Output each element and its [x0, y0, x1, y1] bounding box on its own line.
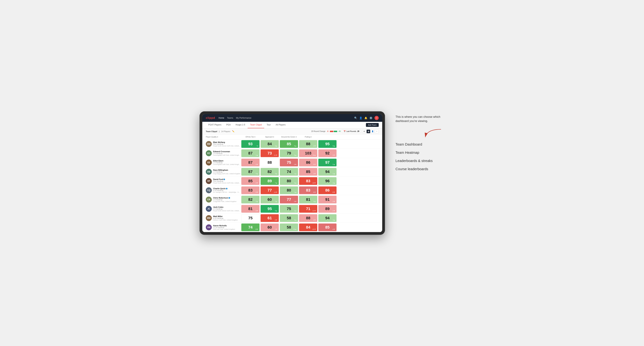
- score-change: -3▼: [294, 164, 296, 165]
- tab-pga[interactable]: PGA: [224, 122, 233, 128]
- verified-badge: [224, 178, 225, 180]
- col-off-tee[interactable]: Off the Tee ▾: [241, 135, 260, 139]
- score-approach: 799▲: [280, 149, 298, 157]
- tab-hcaps[interactable]: Hcaps 1-5: [233, 122, 248, 128]
- player-handicap: 1-5 Handicap: [213, 171, 240, 173]
- score-value: 85: [325, 225, 330, 230]
- player-club: St. George's Hill GC - Weybridge - Surre…: [213, 191, 241, 193]
- team-header-row: Team Clippd | 14 Players ✏️ 20 Round Cha…: [202, 128, 382, 135]
- score-change: -1▼: [313, 145, 316, 147]
- player-handicap: 1-5 Handicap: [213, 199, 236, 201]
- score-change: 10▲: [293, 228, 296, 230]
- view-person-button[interactable]: 👤: [371, 130, 374, 133]
- player-name: Edward Crossman: [213, 151, 241, 153]
- user-avatar[interactable]: U: [374, 116, 379, 120]
- col-around-green[interactable]: Around the Green ▾: [279, 135, 298, 139]
- neg-value: -5: [327, 130, 328, 132]
- score-change: 2▲: [294, 210, 296, 212]
- bell-icon[interactable]: 🔔: [364, 117, 367, 119]
- annotation-intro: This is where you can choose which dashb…: [396, 115, 444, 123]
- tab-tour[interactable]: Tour: [264, 122, 273, 128]
- edit-icon[interactable]: ✏️: [232, 130, 234, 133]
- nav-link-performance[interactable]: My Performance: [236, 116, 251, 120]
- score-approach: 801▲: [280, 186, 298, 194]
- option-course-leaderboards[interactable]: Course leaderboards: [396, 167, 444, 171]
- table-row: DBDave Billingham1-5 HandicapGog Magog G…: [202, 167, 382, 176]
- avatar: CR: [206, 197, 212, 202]
- view-heatmap-button[interactable]: ▦: [366, 130, 370, 133]
- score-value: 81: [306, 197, 310, 202]
- score-value: 95: [268, 206, 272, 211]
- tab-all-players[interactable]: All Players: [273, 122, 288, 128]
- score-value: 84: [306, 225, 310, 230]
- player-club: Drift Golf Club, United Kingdom: [213, 228, 235, 230]
- score-putting: 91-3▼: [318, 196, 336, 203]
- player-details: Aaron Nicholls11-15 HandicapDrift Golf C…: [213, 224, 235, 230]
- add-team-button[interactable]: Add Team: [366, 123, 379, 127]
- player-info[interactable]: DFDavid FordPlus HandicapRoyal North Dev…: [206, 177, 241, 185]
- player-info[interactable]: ANAaron Nicholls11-15 HandicapDrift Golf…: [206, 224, 241, 231]
- score-off_tee: 897▲: [260, 177, 279, 185]
- score-change: 9▲: [333, 145, 335, 147]
- score-quality: 93+4: [241, 140, 260, 148]
- score-value: 75: [287, 160, 291, 165]
- score-off_tee: 846▲: [260, 140, 279, 148]
- score-change: 4▲: [294, 219, 296, 221]
- player-info[interactable]: ECEdward Crossman1-5 HandicapSunningdale…: [206, 150, 241, 157]
- player-club: Royal North Devon Golf Club, United King…: [213, 182, 241, 184]
- person-icon[interactable]: 👤: [359, 117, 362, 119]
- score-approach: 5810▲: [280, 223, 298, 231]
- option-team-dashboard[interactable]: Team Dashboard: [396, 142, 444, 147]
- sub-nav-right: Add Team: [366, 123, 379, 127]
- score-quality: 85-3▼: [241, 177, 260, 185]
- page-wrapper: clippd Home Teams My Performance 🔍 👤 🔔 ⚙…: [200, 111, 444, 235]
- top-nav: clippd Home Teams My Performance 🔍 👤 🔔 ⚙…: [202, 114, 382, 122]
- score-value: 89: [325, 206, 330, 211]
- score-change: -3▼: [294, 201, 296, 202]
- player-name: Blair McHarg: [213, 141, 241, 143]
- col-approach[interactable]: Approach ▾: [260, 135, 279, 139]
- settings-icon[interactable]: ⚙️: [370, 117, 372, 119]
- calendar-icon: 📅: [344, 130, 346, 132]
- score-value: 86: [306, 160, 310, 165]
- score-approach: 75-3▼: [280, 159, 298, 166]
- player-info[interactable]: MMMatt Miller6-10 HandicapWoburn Golf Cl…: [206, 214, 241, 222]
- avatar: JC: [206, 206, 212, 212]
- table-row: MMMatt Miller6-10 HandicapWoburn Golf Cl…: [202, 213, 382, 223]
- nav-link-home[interactable]: Home: [218, 116, 224, 120]
- tablet-frame: clippd Home Teams My Performance 🔍 👤 🔔 ⚙…: [200, 111, 385, 235]
- score-value: 82: [248, 197, 252, 202]
- player-info[interactable]: DBDave Billingham1-5 HandicapGog Magog G…: [206, 168, 241, 175]
- player-name: Matt Miller: [213, 215, 238, 217]
- player-info[interactable]: BMBlair McHargPlus HandicapRoyal North D…: [206, 140, 241, 148]
- tab-pgat-players[interactable]: PGAT Players: [206, 122, 224, 128]
- col-player-quality[interactable]: Player Quality ▾: [206, 135, 241, 139]
- nav-link-teams[interactable]: Teams: [227, 116, 233, 120]
- search-icon[interactable]: 🔍: [354, 117, 357, 119]
- table-row: ECEdward Crossman1-5 HandicapSunningdale…: [202, 149, 382, 158]
- tab-team-clippd[interactable]: Team Clippd: [248, 122, 264, 128]
- option-leaderboards[interactable]: Leaderboards & streaks: [396, 159, 444, 163]
- player-info[interactable]: CRChris Robertson1-5 HandicapCraigmillar…: [206, 196, 241, 203]
- view-grid-button[interactable]: ⊞: [362, 130, 366, 133]
- score-quality: 823▲: [241, 196, 260, 203]
- score-putting: 92-3▼: [318, 149, 336, 157]
- player-handicap: Plus Handicap: [213, 180, 241, 182]
- score-value: 75: [248, 216, 252, 220]
- player-name: David Ford: [213, 178, 241, 180]
- score-value: 75: [287, 206, 291, 211]
- score-value: 77: [268, 188, 272, 192]
- score-value: 83: [306, 179, 310, 183]
- last-rounds-button[interactable]: 📅 Last Rounds: 20: [342, 130, 361, 133]
- player-info[interactable]: CQCharlie Quick6-10 HandicapSt. George's…: [206, 187, 241, 194]
- score-change: 9▲: [294, 154, 296, 156]
- view-sort-button[interactable]: ↕: [375, 130, 379, 133]
- player-name: Chris Robertson: [213, 197, 236, 199]
- score-around_green: 83-6▼: [299, 186, 317, 194]
- player-info[interactable]: EEElliot Ebert1-5 HandicapSunningdale Go…: [206, 159, 241, 166]
- option-team-heatmap[interactable]: Team Heatmap: [396, 151, 444, 155]
- player-info[interactable]: JCJosh Coles1-5 HandicapRoyal North Devo…: [206, 205, 241, 212]
- avatar: AN: [206, 224, 212, 230]
- round-bar: [330, 131, 337, 132]
- col-putting[interactable]: Putting ▾: [298, 135, 318, 139]
